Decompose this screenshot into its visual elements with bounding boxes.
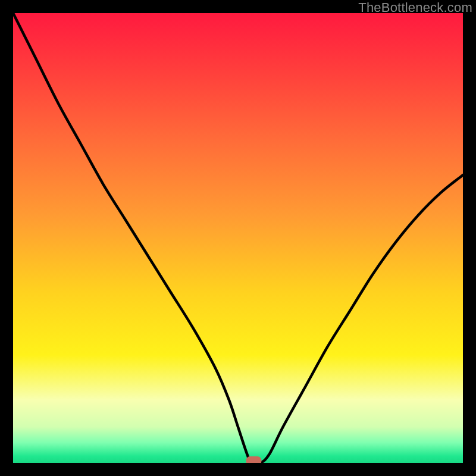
- plot-background: [13, 13, 463, 463]
- optimum-marker-icon: [246, 456, 261, 463]
- chart-frame: TheBottleneck.com: [0, 0, 476, 476]
- bottleneck-chart: [13, 13, 463, 463]
